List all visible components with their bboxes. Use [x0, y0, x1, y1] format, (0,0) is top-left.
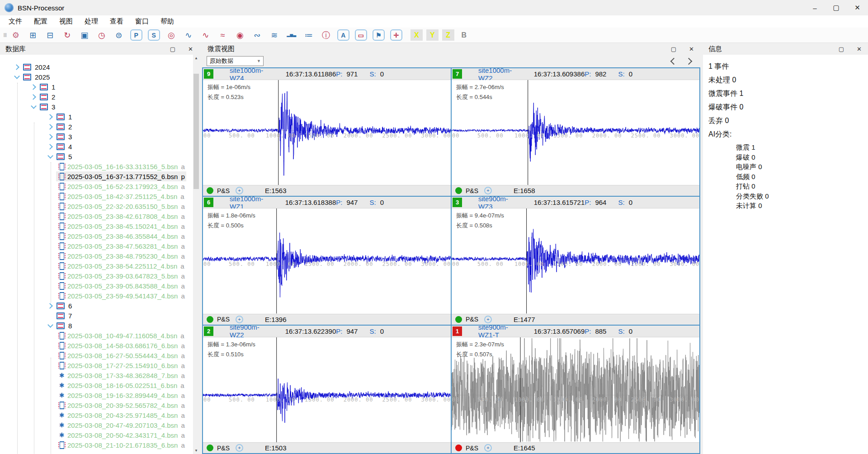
stop-clock-icon[interactable]: ◷ — [96, 29, 108, 41]
waveform-float-button[interactable]: ▢ — [671, 46, 676, 52]
menu-item-1[interactable]: 文件 — [3, 15, 28, 28]
tree-file-row[interactable]: ✱2025-03-08_17-33-48.362848_7.bsna — [0, 370, 199, 380]
open-data-icon[interactable]: ⊞ — [27, 29, 39, 41]
tree-file-row[interactable]: 2025-03-05_16-52-23.179923_4.bsna — [0, 181, 199, 191]
tree-file-row[interactable]: 2025-03-08_17-27-25.154910_6.bsna — [0, 360, 199, 370]
collapse-arrow-icon[interactable] — [31, 103, 37, 109]
tree-folder-row[interactable]: 5 — [0, 151, 199, 161]
event-list-icon[interactable]: ≔ — [303, 29, 315, 41]
region-select-icon[interactable]: ▭ — [355, 29, 367, 41]
tree-file-row[interactable]: 2025-03-05_23-59-49.541437_4.bsna — [0, 291, 199, 301]
database-close-button[interactable]: ✕ — [188, 46, 193, 52]
tree-folder-row[interactable]: 2 — [0, 122, 199, 132]
maximize-button[interactable]: ▢ — [826, 0, 847, 15]
tree-file-row[interactable]: ✱2025-03-08_20-50-42.343171_4.bsna — [0, 430, 199, 440]
tree-folder-row[interactable]: 6 — [0, 301, 199, 311]
tree-folder-row[interactable]: 3 — [0, 132, 199, 142]
next-event-icon[interactable] — [685, 57, 693, 65]
collapse-arrow-icon[interactable] — [47, 322, 53, 328]
tree-file-row[interactable]: ✱2025-03-08_20-43-25.971485_4.bsna — [0, 410, 199, 420]
info-close-button[interactable]: ✕ — [857, 46, 862, 52]
tree-file-row[interactable]: ✱2025-03-08_18-16-05.022511_6.bsna — [0, 380, 199, 390]
expand-arrow-icon[interactable] — [47, 114, 53, 120]
tree-file-row[interactable]: 2025-03-05_16-37-13.771552_6.bsnp — [0, 171, 199, 181]
waveform-plot[interactable]: 00500. 001000. 001500. 002000. 002500. 0… — [452, 337, 699, 442]
settings-icon[interactable]: ⚙ — [10, 29, 22, 41]
tree-file-row[interactable]: 2025-03-05_23-38-48.795230_4.bsna — [0, 251, 199, 261]
previous-event-icon[interactable] — [670, 57, 678, 65]
expand-arrow-icon[interactable] — [30, 84, 36, 90]
info-icon[interactable]: ⓘ — [320, 29, 332, 41]
histogram-icon[interactable]: ▂▅▃ — [286, 29, 297, 41]
tree-file-row[interactable]: 2025-03-05_22-32-20.635150_5.bsna — [0, 201, 199, 211]
waveform-plot[interactable]: 00500. 001000. 001500. 002000. 002500. 0… — [452, 208, 699, 313]
collapse-arrow-icon[interactable] — [14, 73, 20, 79]
database-float-button[interactable]: ▢ — [170, 46, 175, 52]
annotation-icon[interactable]: A — [337, 29, 349, 41]
menu-item-2[interactable]: 配置 — [28, 15, 53, 28]
menu-item-7[interactable]: 帮助 — [155, 15, 180, 28]
scroll-up-icon[interactable]: ▲ — [193, 55, 199, 61]
ps-toggle[interactable]: P&S — [217, 316, 230, 323]
menu-item-6[interactable]: 窗口 — [129, 15, 155, 28]
zoom-in-icon[interactable]: + — [484, 316, 492, 323]
toggle-b-button[interactable]: B — [458, 29, 470, 41]
tree-folder-row[interactable]: 2 — [0, 92, 199, 102]
crosshair-icon[interactable]: ✛ — [390, 29, 402, 41]
ps-toggle[interactable]: P&S — [217, 445, 230, 452]
tree-file-row[interactable]: 2025-03-05_23-39-03.647823_5.bsna — [0, 271, 199, 281]
tree-folder-row[interactable]: 8 — [0, 321, 199, 331]
wave-inspect-icon[interactable]: ∾ — [251, 29, 263, 41]
minimize-button[interactable]: – — [804, 0, 826, 15]
tree-file-row[interactable]: 2025-03-05_23-38-42.617808_4.bsna — [0, 211, 199, 221]
p-phase-button[interactable]: P — [130, 29, 142, 41]
tree-file-row[interactable]: 2025-03-08_21-10-21.671835_6.bsna — [0, 440, 199, 450]
expand-arrow-icon[interactable] — [47, 124, 53, 130]
wave-trim-icon[interactable]: ≈ — [217, 29, 229, 41]
tree-file-row[interactable]: 2025-03-05_23-38-45.150241_4.bsna — [0, 221, 199, 231]
tree-file-row[interactable]: 2025-03-08_16-27-50.554443_4.bsna — [0, 350, 199, 360]
tree-file-row[interactable]: 2025-03-08_14-58-03.686176_6.bsna — [0, 340, 199, 350]
tree-file-row[interactable]: ✱2025-03-08_19-16-32.899449_4.bsna — [0, 390, 199, 400]
s-phase-button[interactable]: S — [148, 29, 160, 41]
waveform-plot[interactable]: 00500. 001000. 001500. 002000. 002500. 0… — [452, 80, 699, 185]
tree-file-row[interactable]: ✱2025-03-08_20-47-49.207103_4.bsna — [0, 420, 199, 430]
tree-folder-row[interactable]: 2025 — [0, 72, 199, 82]
tree-file-row[interactable]: 2025-03-08_20-39-52.565782_4.bsna — [0, 400, 199, 410]
toggle-y-button[interactable]: Y — [426, 29, 439, 41]
zoom-in-icon[interactable]: + — [236, 444, 243, 452]
tree-folder-row[interactable]: 7 — [0, 311, 199, 321]
toolbar-grip[interactable]: ‖‖ — [3, 32, 6, 38]
zoom-in-icon[interactable]: + — [484, 444, 492, 452]
zoom-in-icon[interactable]: + — [484, 187, 492, 194]
report-icon[interactable]: ⚑ — [373, 29, 385, 41]
data-type-select[interactable]: 原始数据 ▼ — [207, 56, 264, 66]
expand-arrow-icon[interactable] — [47, 134, 53, 140]
wave-filter-icon[interactable]: ≋ — [269, 29, 280, 41]
expand-arrow-icon[interactable] — [30, 94, 36, 100]
toggle-z-button[interactable]: Z — [442, 29, 454, 41]
info-float-button[interactable]: ▢ — [839, 46, 844, 52]
tree-file-row[interactable]: 2025-03-05_23-39-05.843588_4.bsna — [0, 281, 199, 291]
waveform-plot[interactable]: 00500. 001000. 001500. 002000. 002500. 0… — [203, 208, 451, 313]
expand-arrow-icon[interactable] — [47, 303, 53, 309]
reprocess-icon[interactable]: ↻ — [61, 29, 73, 41]
tree-file-row[interactable]: 2025-03-05_18-42-37.251125_4.bsna — [0, 191, 199, 201]
relocate-icon[interactable]: ◉ — [234, 29, 246, 41]
scroll-thumb[interactable] — [193, 74, 199, 189]
menu-item-5[interactable]: 查看 — [104, 15, 129, 28]
ps-toggle[interactable]: P&S — [466, 445, 478, 452]
close-data-icon[interactable]: ⊟ — [44, 29, 56, 41]
waveform-plot[interactable]: 00500. 001000. 001500. 002000. 002500. 0… — [203, 80, 451, 185]
tree-file-row[interactable]: 2025-03-05_23-38-47.563281_4.bsna — [0, 241, 199, 251]
save-icon[interactable]: ▣ — [79, 29, 90, 41]
database-icon[interactable]: ⊜ — [113, 29, 125, 41]
tree-folder-row[interactable]: 1 — [0, 82, 199, 92]
waveform-view-icon[interactable]: ∿ — [183, 29, 194, 41]
expand-arrow-icon[interactable] — [47, 144, 53, 150]
tree-file-row[interactable]: 2025-03-08_10-49-47.116058_4.bsna — [0, 331, 199, 340]
zoom-in-icon[interactable]: + — [236, 316, 243, 323]
ps-toggle[interactable]: P&S — [466, 316, 478, 323]
tree-file-row[interactable]: 2025-03-05_16-16-33.313156_5.bsna — [0, 161, 199, 171]
zoom-in-icon[interactable]: + — [236, 187, 243, 194]
